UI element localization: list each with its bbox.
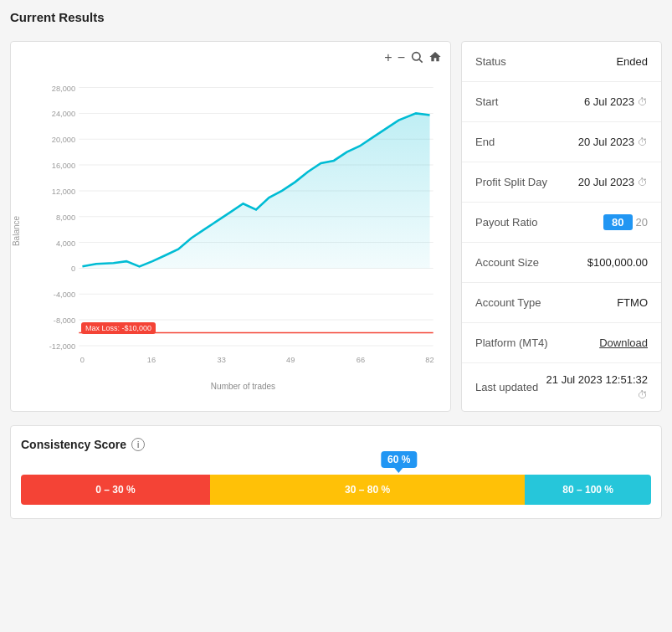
svg-point-0 [413,53,420,60]
bar-yellow: 30 – 80 % [210,475,526,505]
profit-split-value: 20 Jul 2023 ⏱ [578,176,648,188]
home-icon[interactable] [428,50,442,67]
start-value: 6 Jul 2023 ⏱ [584,95,648,108]
svg-text:-4,000: -4,000 [54,290,75,299]
chart-toolbar: + − [19,50,442,67]
end-clock-icon: ⏱ [638,136,648,148]
payout-gray-value: 20 [636,216,648,229]
consistency-section: Consistency Score i 60 % 0 – 30 % 30 – 8… [10,425,662,519]
svg-text:0: 0 [71,265,75,274]
account-size-value: $100,000.00 [587,256,648,269]
info-row-last-updated: Last updated 21 Jul 2023 12:51:32 ⏱ [462,363,661,411]
profit-split-clock-icon: ⏱ [638,177,648,188]
platform-label: Platform (MT4) [475,337,548,349]
zoom-out-icon[interactable]: − [398,50,405,67]
x-axis-label: Number of trades [44,382,442,391]
last-updated-value: 21 Jul 2023 12:51:32 ⏱ [546,373,648,401]
svg-text:20,000: 20,000 [52,136,75,144]
info-row-account-type: Account Type FTMO [462,283,661,323]
svg-text:82: 82 [425,356,433,364]
chart-wrapper: Balance [19,70,442,391]
consistency-title-text: Consistency Score [21,438,126,451]
svg-text:4,000: 4,000 [56,239,75,248]
svg-text:12,000: 12,000 [52,188,75,196]
svg-text:16,000: 16,000 [52,162,75,170]
zoom-in-icon[interactable]: + [384,50,392,67]
svg-text:0: 0 [80,356,85,364]
y-axis-label: Balance [12,215,21,245]
bar-yellow-label: 30 – 80 % [345,484,390,496]
bar-teal: 80 – 100 % [525,475,651,505]
score-bar-container: 60 % 0 – 30 % 30 – 80 % 80 – 100 % [21,475,651,505]
platform-value: Download [599,337,648,349]
payout-label: Payout Ratio [475,216,537,229]
end-value: 20 Jul 2023 ⏱ [578,136,648,148]
last-updated-datetime: 21 Jul 2023 12:51:32 [546,373,648,386]
info-row-payout: Payout Ratio 80 20 [462,203,661,243]
max-loss-label: Max Loss: -$10,000 [81,322,156,334]
top-section: + − Balance [10,41,662,412]
account-size-label: Account Size [475,256,539,269]
page-title: Current Results [10,10,662,24]
chart-panel: + − Balance [10,41,451,412]
status-value: Ended [616,55,648,68]
start-label: Start [475,95,498,108]
info-row-end: End 20 Jul 2023 ⏱ [462,122,661,162]
svg-text:16: 16 [147,356,156,364]
svg-text:-8,000: -8,000 [54,316,75,325]
status-label: Status [475,55,506,68]
bar-red: 0 – 30 % [21,475,210,505]
svg-line-1 [419,59,423,63]
consistency-title: Consistency Score i [21,438,651,451]
last-updated-label: Last updated [475,381,538,393]
consistency-info-icon[interactable]: i [131,438,145,451]
start-clock-icon: ⏱ [638,96,648,108]
bar-teal-label: 80 – 100 % [562,484,613,496]
account-type-label: Account Type [475,296,541,309]
last-updated-clock-icon: ⏱ [638,389,648,401]
payout-blue-value: 80 [603,214,632,230]
chart-area: 28,000 24,000 20,000 16,000 12,000 8,000… [44,70,442,380]
account-type-value: FTMO [617,296,648,309]
score-pointer: 60 % [381,451,417,468]
info-row-account-size: Account Size $100,000.00 [462,243,661,283]
info-panel: Status Ended Start 6 Jul 2023 ⏱ End 20 J… [461,41,662,412]
bar-red-label: 0 – 30 % [95,484,135,496]
svg-text:-12,000: -12,000 [49,342,76,351]
end-label: End [475,136,495,148]
svg-text:49: 49 [286,356,295,364]
svg-text:28,000: 28,000 [52,85,75,93]
download-link[interactable]: Download [599,337,648,349]
svg-text:8,000: 8,000 [56,213,75,222]
svg-text:33: 33 [218,356,226,364]
info-row-start: Start 6 Jul 2023 ⏱ [462,82,661,122]
svg-text:24,000: 24,000 [52,110,75,119]
payout-value: 80 20 [603,214,648,230]
svg-text:66: 66 [357,356,365,364]
info-row-platform: Platform (MT4) Download [462,323,661,363]
info-row-status: Status Ended [462,42,661,82]
main-container: Current Results + − Balance [0,0,672,529]
profit-split-label: Profit Split Day [475,176,547,188]
score-bar: 0 – 30 % 30 – 80 % 80 – 100 % [21,475,651,505]
search-icon[interactable] [410,50,423,67]
info-row-profit-split: Profit Split Day 20 Jul 2023 ⏱ [462,162,661,203]
